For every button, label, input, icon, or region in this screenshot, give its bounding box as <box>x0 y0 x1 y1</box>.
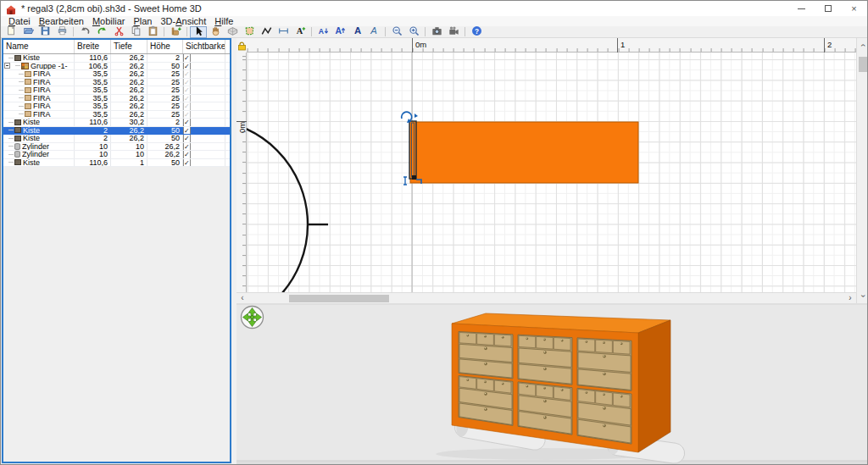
toolbar-copy-button[interactable] <box>127 26 144 38</box>
cell-visibility: ✓ <box>183 95 225 102</box>
toolbar-redo-button[interactable] <box>93 26 110 38</box>
visibility-checkbox[interactable]: ✓ <box>183 135 191 142</box>
3d-canvas[interactable] <box>236 305 868 465</box>
toolbar-toggle-bold-button[interactable]: A <box>348 26 365 38</box>
toolbar-decrease-text-size-button[interactable]: A <box>314 26 331 38</box>
cell-tiefe: 26,2 <box>111 102 147 110</box>
table-row-fira[interactable]: FIRA35,526,225✓ <box>3 70 230 79</box>
toolbar-open-button[interactable] <box>19 26 36 38</box>
visibility-checkbox[interactable]: ✓ <box>183 54 191 62</box>
plan-vertical-scrollbar[interactable]: ‹ › <box>856 38 868 303</box>
column-header-name[interactable]: Name <box>3 40 75 53</box>
visibility-checkbox[interactable]: ✓ <box>183 63 191 70</box>
table-row-kiste[interactable]: Kiste110,6150✓ <box>3 159 230 168</box>
table-row-kiste[interactable]: Kiste226,250✓ <box>3 127 230 136</box>
toolbar-zoom-out-button[interactable] <box>388 26 405 38</box>
close-button[interactable]: × <box>841 1 867 16</box>
create-texts-icon: A <box>295 25 306 40</box>
toolbar-create-walls-button[interactable] <box>224 26 241 38</box>
maximize-button[interactable] <box>815 1 841 16</box>
visibility-checkbox[interactable]: ✓ <box>183 95 191 102</box>
toolbar-select-button[interactable] <box>190 26 207 38</box>
kiste-icon <box>14 159 21 165</box>
undo-icon <box>80 25 91 40</box>
visibility-checkbox[interactable]: ✓ <box>183 86 191 94</box>
table-row-kiste[interactable]: Kiste110,626,22✓ <box>3 54 230 63</box>
visibility-checkbox[interactable]: ✓ <box>183 143 191 151</box>
visibility-checkbox[interactable]: ✓ <box>183 127 191 135</box>
table-row-fira[interactable]: FIRA35,526,225✓ <box>3 86 230 95</box>
toolbar-create-rooms-button[interactable] <box>241 26 258 38</box>
toolbar-separator <box>186 27 187 36</box>
plan-furniture-kiste[interactable] <box>410 122 638 183</box>
visibility-checkbox[interactable]: ✓ <box>183 102 191 110</box>
column-header-hoehe[interactable]: Höhe <box>147 40 183 53</box>
toolbar-toggle-italic-button[interactable]: A <box>365 26 382 38</box>
toolbar-help-button[interactable]: ? <box>468 26 485 38</box>
visibility-checkbox[interactable]: ✓ <box>183 119 191 126</box>
column-header-sichtbarkeit[interactable]: Sichtbarkeit <box>183 40 225 53</box>
visibility-checkbox[interactable]: ✓ <box>183 159 191 167</box>
table-row-fira[interactable]: FIRA35,526,225✓ <box>3 102 230 111</box>
toolbar-undo-button[interactable] <box>76 26 93 38</box>
visibility-checkbox[interactable]: ✓ <box>183 151 191 158</box>
plan-selected-furniture[interactable] <box>409 121 416 179</box>
table-row-fira[interactable]: FIRA35,526,225✓ <box>3 95 230 103</box>
visibility-checkbox[interactable]: ✓ <box>183 70 191 78</box>
vertical-scroll-thumb[interactable] <box>859 57 867 72</box>
toolbar-create-texts-button[interactable]: A <box>292 26 309 38</box>
print-icon <box>57 25 68 40</box>
collapse-expander-icon[interactable] <box>4 63 10 69</box>
table-row-gruppe-1-[interactable]: Gruppe -1-106,526,250✓ <box>3 63 230 71</box>
toolbar-pan-button[interactable] <box>207 26 224 38</box>
horizontal-scroll-thumb[interactable] <box>289 295 389 302</box>
scroll-right-arrow-icon[interactable]: › <box>845 293 855 303</box>
table-row-kiste[interactable]: Kiste110,630,22✓ <box>3 119 230 127</box>
plan-view: 0m12 0m ‹ › ‹ › <box>236 38 868 303</box>
view-3d[interactable] <box>236 305 868 465</box>
table-row-fira[interactable]: FIRA35,526,225✓ <box>3 79 230 87</box>
ruler-label-1: 1 <box>617 38 625 53</box>
toolbar-create-polylines-button[interactable] <box>258 26 275 38</box>
cell-visibility: ✓ <box>183 54 225 62</box>
tree-line <box>19 113 24 114</box>
create-rooms-icon <box>244 25 255 40</box>
toolbar-paste-button[interactable] <box>144 26 161 38</box>
scroll-left-arrow-icon[interactable]: ‹ <box>237 293 248 303</box>
table-row-fira[interactable]: FIRA35,526,225✓ <box>3 111 230 119</box>
plan-canvas[interactable] <box>247 53 856 292</box>
column-header-breite[interactable]: Breite <box>75 40 111 53</box>
toolbar-increase-text-size-button[interactable]: A <box>331 26 348 38</box>
toolbar-save-button[interactable] <box>36 26 53 38</box>
plan-horizontal-scrollbar[interactable]: ‹ › <box>236 292 856 303</box>
visibility-checkbox[interactable]: ✓ <box>183 111 191 119</box>
toolbar-add-furniture-button[interactable] <box>167 26 184 38</box>
cell-name: Kiste <box>3 127 75 135</box>
toolbar-print-button[interactable] <box>53 26 70 38</box>
cell-name: Zylinder <box>3 143 75 151</box>
toolbar-create-video-button[interactable] <box>445 26 462 38</box>
window-title: * regal3 (2,8cm obi).sh3d - Sweet Home 3… <box>21 3 202 14</box>
toolbar-cut-button[interactable] <box>110 26 127 38</box>
compass-arc[interactable] <box>247 119 308 292</box>
plan-ruler-vertical: 0m <box>236 53 247 292</box>
cell-hoehe: 50 <box>147 63 183 70</box>
increase-text-size-icon: A <box>335 25 346 40</box>
scroll-down-arrow-icon[interactable]: › <box>859 291 868 302</box>
toolbar-create-photo-button[interactable] <box>428 26 445 38</box>
cell-tiefe: 26,2 <box>111 127 147 135</box>
toolbar-create-dimensions-button[interactable] <box>275 26 292 38</box>
plan-drawing <box>247 53 856 292</box>
minimize-button[interactable] <box>788 1 815 16</box>
table-row-kiste[interactable]: Kiste226,250✓ <box>3 135 230 143</box>
navigation-control[interactable] <box>242 307 264 329</box>
cell-tiefe: 26,2 <box>111 70 147 78</box>
scroll-up-arrow-icon[interactable]: ‹ <box>859 40 868 52</box>
toolbar-new-button[interactable] <box>3 26 19 38</box>
table-row-zylinder[interactable]: Zylinder101026,2✓ <box>3 151 230 159</box>
toolbar-zoom-in-button[interactable] <box>405 26 422 38</box>
furniture-name: Gruppe -1- <box>31 63 68 70</box>
visibility-checkbox[interactable]: ✓ <box>183 79 191 86</box>
table-row-zylinder[interactable]: Zylinder101026,2✓ <box>3 143 230 152</box>
column-header-tiefe[interactable]: Tiefe <box>111 40 147 53</box>
